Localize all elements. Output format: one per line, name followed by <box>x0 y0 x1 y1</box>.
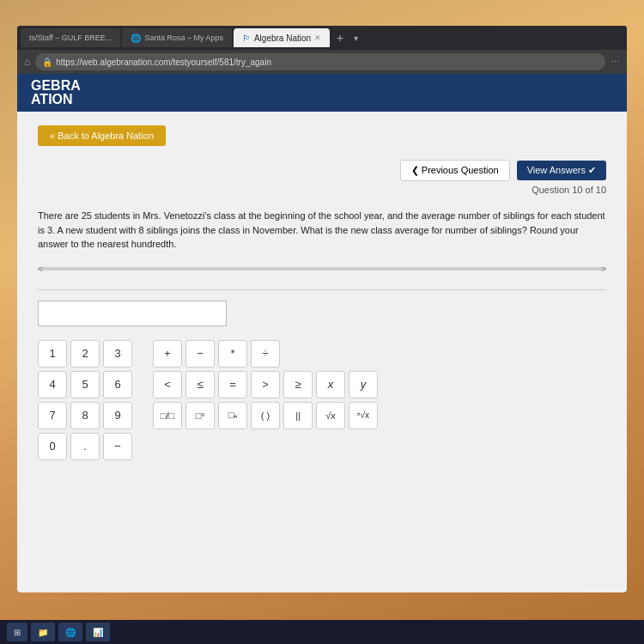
tab-santa-rosa[interactable]: 🌐 Santa Rosa – My Apps <box>122 28 232 47</box>
logo-line2: ATION <box>31 93 81 106</box>
key-greater-equal[interactable]: ≥ <box>283 371 313 398</box>
taskbar-start[interactable]: ⊞ <box>7 623 27 641</box>
slider-right-icon: > <box>601 264 606 273</box>
answer-input[interactable] <box>38 301 227 326</box>
view-answers-button[interactable]: View Answers ✔ <box>517 161 606 180</box>
address-bar: ⌂ 🔒 https://web.algebranation.com/testyo… <box>17 50 627 74</box>
key-equals[interactable]: = <box>218 371 247 398</box>
main-content: « Back to Algebra Nation ❮ Previous Ques… <box>17 112 627 474</box>
slider-container[interactable]: < > <box>38 262 606 276</box>
divider <box>38 289 606 290</box>
url-bar[interactable]: 🔒 https://web.algebranation.com/testyour… <box>35 53 605 70</box>
tab-close-icon[interactable]: ✕ <box>314 33 321 42</box>
apps-icon: 📊 <box>93 628 103 637</box>
new-tab-btn[interactable]: + <box>331 28 349 47</box>
key-8[interactable]: 8 <box>70 402 100 429</box>
key-less-equal[interactable]: ≤ <box>185 371 215 398</box>
start-icon: ⊞ <box>14 628 21 637</box>
key-4[interactable]: 4 <box>38 371 67 398</box>
key-divide[interactable]: ÷ <box>251 340 280 368</box>
key-6[interactable]: 6 <box>103 371 132 398</box>
key-0[interactable]: 0 <box>38 433 67 460</box>
taskbar: ⊞ 📁 🌐 📊 <box>0 620 644 644</box>
key-parens[interactable]: ( ) <box>251 402 280 429</box>
key-power[interactable]: □ⁿ <box>185 402 215 429</box>
keypad: 1 2 3 4 5 6 7 8 9 0 . − <box>38 340 606 460</box>
site-logo: GEBRA ATION <box>31 79 81 106</box>
key-plus[interactable]: + <box>153 340 182 368</box>
folder-icon: 📁 <box>38 628 48 637</box>
key-2[interactable]: 2 <box>70 340 100 368</box>
key-subscript[interactable]: □ₙ <box>218 402 247 429</box>
key-fraction[interactable]: □/□ <box>153 402 182 429</box>
key-9[interactable]: 9 <box>103 402 132 429</box>
site-header: GEBRA ATION <box>17 74 627 112</box>
browser-chrome: ts/Staff – GULF BREE... 🌐 Santa Rosa – M… <box>17 26 627 74</box>
key-abs-value[interactable]: || <box>283 402 313 429</box>
question-text: There are 25 students in Mrs. Venetozzi'… <box>38 209 606 252</box>
taskbar-apps[interactable]: 📊 <box>86 623 110 641</box>
number-keypad: 1 2 3 4 5 6 7 8 9 0 . − <box>38 340 132 460</box>
lock-icon: 🔒 <box>42 58 52 67</box>
previous-question-button[interactable]: ❮ Previous Question <box>400 160 510 181</box>
tab-algebra-nation-label: Algebra Nation <box>254 33 311 43</box>
key-7[interactable]: 7 <box>38 402 67 429</box>
key-sqrt[interactable]: √x <box>316 402 345 429</box>
url-text: https://web.algebranation.com/testyourse… <box>56 58 271 67</box>
tab-staff-label: ts/Staff – GULF BREE... <box>29 33 112 42</box>
tab-dropdown-icon[interactable]: ▾ <box>350 33 361 43</box>
tab-staff[interactable]: ts/Staff – GULF BREE... <box>21 28 120 47</box>
back-to-algebra-button[interactable]: « Back to Algebra Nation <box>38 125 166 146</box>
taskbar-folder[interactable]: 📁 <box>31 623 55 641</box>
browser-menu-icon[interactable]: ⋯ <box>611 57 620 68</box>
home-icon[interactable]: ⌂ <box>24 56 30 68</box>
nav-row: ❮ Previous Question View Answers ✔ <box>38 160 606 181</box>
operator-keypad: + − * ÷ < ≤ = > ≥ x y <box>153 340 378 460</box>
key-3[interactable]: 3 <box>103 340 132 368</box>
key-1[interactable]: 1 <box>38 340 67 368</box>
key-nth-root[interactable]: ⁿ√x <box>349 402 378 429</box>
tab-santa-rosa-icon: 🌐 <box>131 33 141 43</box>
laptop-frame: ts/Staff – GULF BREE... 🌐 Santa Rosa – M… <box>0 0 644 644</box>
browser-icon: 🌐 <box>65 628 76 637</box>
logo-line1: GEBRA <box>31 79 81 93</box>
key-subtract[interactable]: − <box>185 340 215 368</box>
page-content: GEBRA ATION « Back to Algebra Nation ❮ P… <box>17 74 627 592</box>
key-greater-than[interactable]: > <box>251 371 280 398</box>
question-count: Question 10 of 10 <box>38 185 606 195</box>
key-minus[interactable]: − <box>103 433 132 460</box>
key-dot[interactable]: . <box>70 433 100 460</box>
tab-bar: ts/Staff – GULF BREE... 🌐 Santa Rosa – M… <box>17 26 627 50</box>
key-y-var[interactable]: y <box>349 371 378 398</box>
key-5[interactable]: 5 <box>70 371 100 398</box>
key-multiply[interactable]: * <box>218 340 247 368</box>
tab-santa-rosa-label: Santa Rosa – My Apps <box>144 33 223 42</box>
slider-track <box>38 267 606 270</box>
tab-flag-icon: 🏳 <box>242 33 251 43</box>
key-less-than[interactable]: < <box>153 371 182 398</box>
screen: ts/Staff – GULF BREE... 🌐 Santa Rosa – M… <box>17 26 627 592</box>
key-x-var[interactable]: x <box>316 371 345 398</box>
tab-algebra-nation[interactable]: 🏳 Algebra Nation ✕ <box>234 28 330 47</box>
taskbar-browser[interactable]: 🌐 <box>58 623 82 641</box>
slider-left-icon: < <box>38 264 43 273</box>
